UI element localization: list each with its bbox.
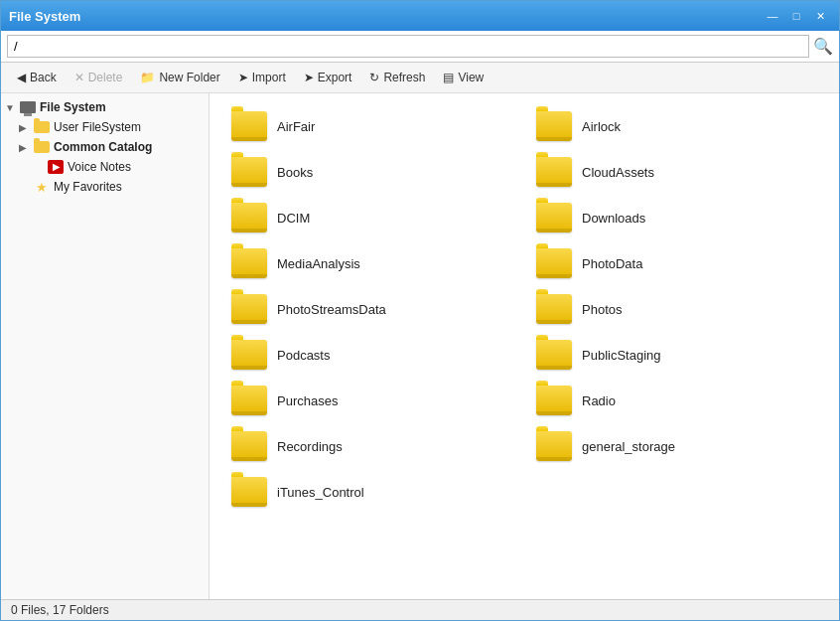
expander-user-filesystem: ▶: [19, 122, 33, 133]
sidebar-item-user-filesystem[interactable]: ▶ User FileSystem: [1, 117, 209, 137]
refresh-icon: ↻: [369, 71, 379, 84]
folder-name: general_storage: [582, 439, 675, 454]
sidebar-item-my-favorites[interactable]: ★ My Favorites: [1, 177, 209, 197]
folder-item-cloudassets[interactable]: CloudAssets: [524, 149, 829, 195]
expander-common-catalog: ▶: [19, 142, 33, 153]
sidebar-item-file-system[interactable]: ▼ File System: [1, 97, 209, 117]
main-window: File System — □ ✕ 🔍 ◀ Back ✕ Delete 📁 Ne…: [0, 0, 840, 621]
folder-icon: [536, 248, 572, 278]
folder-icon: [536, 111, 572, 141]
folder-icon: [231, 477, 267, 507]
back-button[interactable]: ◀ Back: [9, 67, 65, 88]
sidebar-label-user-filesystem: User FileSystem: [54, 120, 141, 134]
expander-file-system: ▼: [5, 102, 19, 113]
refresh-label: Refresh: [383, 71, 425, 84]
folder-item-airfair[interactable]: AirFair: [219, 103, 524, 149]
export-button[interactable]: ➤ Export: [296, 67, 360, 88]
folder-icon: [231, 294, 267, 324]
folder-name: Airlock: [582, 119, 621, 134]
folder-icon: [536, 203, 572, 233]
sidebar-label-my-favorites: My Favorites: [54, 180, 122, 194]
view-icon: ▤: [443, 71, 454, 84]
folder-name: CloudAssets: [582, 165, 654, 180]
folder-item-podcasts[interactable]: Podcasts: [219, 332, 524, 378]
view-button[interactable]: ▤ View: [435, 67, 491, 88]
folder-name: Photos: [582, 302, 622, 317]
content-area-wrapper: AirFair Airlock Books CloudAssets DCIM D…: [210, 93, 839, 599]
minimize-button[interactable]: —: [762, 6, 783, 26]
folder-icon: [231, 157, 267, 187]
folder-icon: [231, 203, 267, 233]
folder-item-recordings[interactable]: Recordings: [219, 423, 524, 469]
folder-item-photos[interactable]: Photos: [524, 286, 829, 332]
folder-item-itunes-control[interactable]: iTunes_Control: [219, 469, 524, 515]
folder-icon: [536, 157, 572, 187]
folder-icon: [231, 431, 267, 461]
folder-icon: [536, 386, 572, 415]
delete-icon: ✕: [74, 71, 84, 84]
folder-name: iTunes_Control: [277, 485, 364, 500]
folder-item-photodata[interactable]: PhotoData: [524, 240, 829, 286]
maximize-button[interactable]: □: [785, 6, 807, 26]
computer-icon: [19, 99, 37, 115]
status-bar: 0 Files, 17 Folders: [1, 599, 839, 620]
sidebar-item-common-catalog[interactable]: ▶ Common Catalog: [1, 137, 209, 157]
sidebar-label-file-system: File System: [40, 100, 106, 114]
folder-icon: [231, 111, 267, 141]
close-button[interactable]: ✕: [809, 6, 831, 26]
delete-label: Delete: [88, 71, 123, 84]
folder-icon: [536, 294, 572, 324]
folder-icon: [536, 340, 572, 370]
folder-item-downloads[interactable]: Downloads: [524, 195, 829, 240]
folder-icon: [536, 431, 572, 461]
folder-name: DCIM: [277, 211, 310, 226]
folder-item-dcim[interactable]: DCIM: [219, 195, 524, 240]
sidebar-label-common-catalog: Common Catalog: [54, 140, 152, 154]
import-button[interactable]: ➤ Import: [230, 67, 294, 88]
new-folder-icon: 📁: [140, 71, 155, 84]
view-label: View: [458, 71, 484, 84]
back-icon: ◀: [17, 71, 26, 84]
address-bar: 🔍: [1, 31, 839, 63]
back-label: Back: [30, 71, 57, 84]
import-label: Import: [252, 71, 286, 84]
folder-item-purchases[interactable]: Purchases: [219, 378, 524, 423]
folder-name: Recordings: [277, 439, 343, 454]
folder-name: Purchases: [277, 393, 338, 408]
main-content: ▼ File System ▶ User FileSystem ▶: [1, 93, 839, 599]
folder-name: PublicStaging: [582, 348, 661, 363]
new-folder-button[interactable]: 📁 New Folder: [132, 67, 227, 88]
folder-icon: [231, 248, 267, 278]
folder-name: PhotoData: [582, 256, 642, 271]
folder-item-books[interactable]: Books: [219, 149, 524, 195]
folder-name: Books: [277, 165, 313, 180]
folder-name: Radio: [582, 393, 616, 408]
refresh-button[interactable]: ↻ Refresh: [361, 67, 433, 88]
folder-item-radio[interactable]: Radio: [524, 378, 829, 423]
folder-icon: [231, 340, 267, 370]
folder-name: MediaAnalysis: [277, 256, 360, 271]
search-button[interactable]: 🔍: [813, 37, 833, 56]
folder-item-mediaanalysis[interactable]: MediaAnalysis: [219, 240, 524, 286]
folder-icon: [231, 386, 267, 415]
title-bar: File System — □ ✕: [1, 1, 839, 31]
new-folder-label: New Folder: [159, 71, 219, 84]
folder-name: PhotoStreamsData: [277, 302, 386, 317]
folder-item-airlock[interactable]: Airlock: [524, 103, 829, 149]
folder-icon-user: [33, 119, 51, 135]
folder-icon-common: [33, 139, 51, 155]
folder-name: Downloads: [582, 211, 645, 226]
address-input[interactable]: [7, 35, 809, 58]
folder-item-publicstaging[interactable]: PublicStaging: [524, 332, 829, 378]
window-title: File System: [9, 9, 80, 24]
sidebar-item-voice-notes[interactable]: ▶ Voice Notes: [1, 157, 209, 177]
delete-button[interactable]: ✕ Delete: [67, 67, 131, 88]
folder-name: Podcasts: [277, 348, 330, 363]
import-icon: ➤: [238, 71, 248, 84]
sidebar-label-voice-notes: Voice Notes: [68, 160, 131, 174]
folder-item-general-storage[interactable]: general_storage: [524, 423, 829, 469]
voice-notes-icon: ▶: [47, 159, 65, 175]
toolbar: ◀ Back ✕ Delete 📁 New Folder ➤ Import ➤ …: [1, 63, 839, 93]
export-label: Export: [318, 71, 352, 84]
folder-item-photostreamsdata[interactable]: PhotoStreamsData: [219, 286, 524, 332]
